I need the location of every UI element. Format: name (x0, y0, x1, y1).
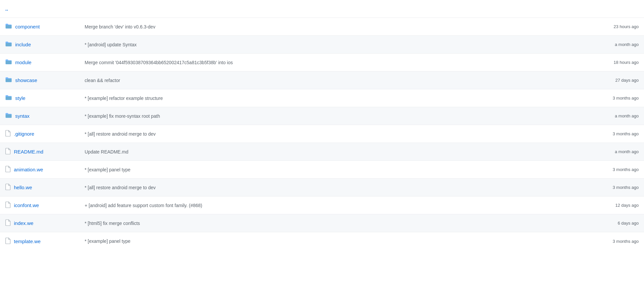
commit-message: clean && refactor (78, 78, 579, 83)
commit-message: Merge commit '044f593038709364bb65200241… (78, 60, 579, 65)
file-link[interactable]: style (15, 95, 25, 101)
table-row: README.md Update README.md a month ago (0, 143, 644, 161)
folder-icon (5, 112, 12, 119)
table-row: module Merge commit '044f593038709364bb6… (0, 54, 644, 71)
folder-icon (5, 77, 12, 83)
file-name-col: module (5, 59, 78, 66)
file-link[interactable]: animation.we (14, 167, 43, 172)
parent-name-col: .. (5, 6, 78, 12)
commit-message: * [all] restore android merge to dev (78, 131, 579, 137)
file-name-col: component (5, 23, 78, 30)
folder-icon (5, 112, 12, 118)
parent-directory-row: .. (0, 0, 644, 18)
file-link[interactable]: template.we (14, 239, 41, 244)
commit-message: * [all] restore android merge to dev (78, 185, 579, 190)
commit-time: 3 months ago (579, 185, 639, 190)
file-icon (5, 184, 11, 191)
file-link[interactable]: module (15, 60, 31, 65)
table-row: hello.we * [all] restore android merge t… (0, 179, 644, 196)
folder-icon (5, 41, 12, 48)
commit-time: a month ago (579, 113, 639, 118)
file-icon (5, 238, 11, 244)
file-icon (5, 201, 11, 209)
file-link[interactable]: showcase (15, 77, 37, 83)
commit-time: a month ago (579, 149, 639, 154)
commit-time: 6 days ago (579, 221, 639, 226)
folder-icon (5, 23, 12, 30)
table-row: iconfont.we + [android] add feature supp… (0, 196, 644, 214)
file-name-col: showcase (5, 77, 78, 84)
commit-message: * [example] refactor example structure (78, 96, 579, 101)
file-name-col: iconfont.we (5, 201, 78, 209)
commit-message: * [example] fix more-syntax root path (78, 113, 579, 119)
file-name-col: .gitignore (5, 130, 78, 138)
folder-icon (5, 95, 12, 102)
file-icon (5, 148, 11, 154)
file-icon (5, 130, 11, 137)
commit-time: 12 days ago (579, 203, 639, 208)
table-row: showcase clean && refactor 27 days ago (0, 71, 644, 89)
file-name-col: syntax (5, 112, 78, 119)
table-row: animation.we * [example] panel type 3 mo… (0, 161, 644, 179)
file-link[interactable]: include (15, 42, 31, 47)
commit-time: 3 months ago (579, 167, 639, 172)
file-icon (5, 201, 11, 208)
table-row: include * [android] update Syntax a mont… (0, 36, 644, 54)
file-link[interactable]: hello.we (14, 185, 32, 190)
commit-message: * [example] panel type (78, 167, 579, 172)
commit-message: * [html5] fix merge conflicts (78, 221, 579, 226)
commit-message: * [example] panel type (78, 239, 579, 244)
table-row: component Merge branch 'dev' into v0.6.3… (0, 18, 644, 36)
file-name-col: index.we (5, 219, 78, 227)
file-icon (5, 219, 11, 226)
file-icon (5, 238, 11, 245)
file-name-col: hello.we (5, 184, 78, 191)
file-icon (5, 219, 11, 227)
commit-time: a month ago (579, 42, 639, 47)
commit-message: * [android] update Syntax (78, 42, 579, 47)
table-row: style * [example] refactor example struc… (0, 89, 644, 107)
commit-time: 3 months ago (579, 96, 639, 101)
file-name-col: animation.we (5, 166, 78, 173)
table-row: template.we * [example] panel type 3 mon… (0, 232, 644, 250)
table-row: index.we * [html5] fix merge conflicts 6… (0, 214, 644, 232)
commit-time: 27 days ago (579, 78, 639, 83)
commit-time: 23 hours ago (579, 24, 639, 29)
folder-icon (5, 23, 12, 29)
parent-link[interactable]: .. (5, 6, 8, 12)
file-name-col: template.we (5, 238, 78, 245)
file-icon (5, 184, 11, 190)
file-link[interactable]: iconfont.we (14, 202, 39, 208)
folder-icon (5, 59, 12, 65)
folder-icon (5, 59, 12, 66)
file-name-col: README.md (5, 148, 78, 155)
folder-icon (5, 41, 12, 47)
file-link[interactable]: .gitignore (14, 131, 34, 137)
file-icon (5, 130, 11, 138)
file-link[interactable]: index.we (14, 220, 33, 226)
file-name-col: include (5, 41, 78, 48)
file-icon (5, 166, 11, 172)
file-link[interactable]: component (15, 24, 40, 29)
commit-time: 3 months ago (579, 131, 639, 136)
folder-icon (5, 95, 12, 101)
folder-icon (5, 77, 12, 84)
file-icon (5, 166, 11, 173)
table-row: .gitignore * [all] restore android merge… (0, 125, 644, 143)
file-icon (5, 148, 11, 155)
commit-time: 18 hours ago (579, 60, 639, 65)
commit-message: Update README.md (78, 149, 579, 154)
table-row: syntax * [example] fix more-syntax root … (0, 107, 644, 125)
commit-message: Merge branch 'dev' into v0.6.3-dev (78, 24, 579, 29)
file-link[interactable]: README.md (14, 149, 43, 154)
commit-time: 3 months ago (579, 239, 639, 244)
file-name-col: style (5, 95, 78, 102)
file-link[interactable]: syntax (15, 113, 29, 119)
commit-message: + [android] add feature support custom f… (78, 203, 579, 208)
file-browser: .. component Merge branch 'dev' into v0.… (0, 0, 644, 250)
